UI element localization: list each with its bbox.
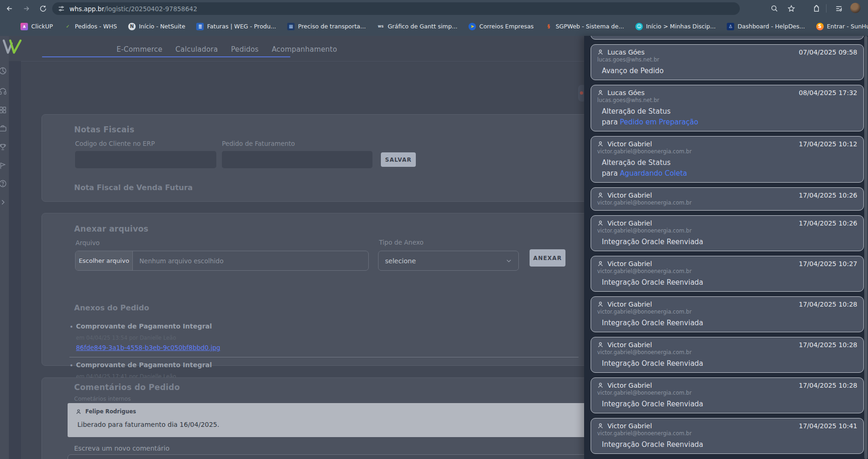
help-icon[interactable] <box>0 179 7 188</box>
comment-text: Liberado para faturamento dia 16/04/2025… <box>77 421 219 428</box>
history-message: Integração Oracle Reenviada <box>602 440 857 449</box>
trophy-icon[interactable] <box>0 143 7 151</box>
history-entry: Victor Gabriel 17/04/2025 10:27 victor.g… <box>591 256 864 292</box>
person-icon <box>597 423 604 429</box>
file-input[interactable]: Escolher arquivo Nenhum arquivo escolhid… <box>75 251 369 271</box>
attachment-link[interactable]: 86fde849-3a1b-4558-b3eb-9c050bf8bbd0.jpg <box>76 344 220 351</box>
history-user-email: victor.gabriel@bonoenergia.com.br <box>597 430 857 437</box>
tab-pedidos[interactable]: Pedidos <box>231 45 259 54</box>
bookmark-item[interactable]: S Entrar - SunHub <box>811 20 868 33</box>
anexos-do-pedido-title: Anexos do Pedido <box>74 303 149 312</box>
tab-ecommerce[interactable]: E-Commerce <box>117 45 162 54</box>
history-entry: Victor Gabriel 17/04/2025 10:28 victor.g… <box>591 337 864 373</box>
site-settings-icon[interactable] <box>58 5 65 12</box>
whs-logo <box>2 38 22 55</box>
bookmark-label: SGPWeb - Sistema de... <box>556 23 624 30</box>
history-user-name: Victor Gabriel <box>607 140 652 148</box>
history-timestamp: 17/04/2025 10:27 <box>799 260 858 267</box>
history-entry: Victor Gabriel 17/04/2025 10:26 victor.g… <box>591 187 864 211</box>
person-icon <box>597 301 604 308</box>
history-list: Lucas Góes 07/04/2025 09:58 lucas.goes@w… <box>591 36 864 454</box>
bookmark-item[interactable]: ✓ Pedidos - WHS <box>58 20 122 33</box>
bookmark-star-icon[interactable] <box>786 3 796 14</box>
bookmark-item[interactable]: ws Gráfico de Gantt simp... <box>372 20 463 33</box>
status-link[interactable]: Pedido em Preparação <box>620 118 698 126</box>
bookmark-label: Início > Minhas Discip... <box>646 23 716 30</box>
notas-fiscais-title: Notas Fiscais <box>74 125 134 134</box>
toolbar-divider <box>826 4 827 13</box>
history-entry: Lucas Góes 08/04/2025 17:32 lucas.goes@w… <box>591 85 864 131</box>
back-icon[interactable] <box>4 3 15 14</box>
history-entry: Victor Gabriel 17/04/2025 10:26 victor.g… <box>591 215 864 251</box>
tab-acompanhamento[interactable]: Acompanhamento <box>272 45 337 54</box>
reload-icon[interactable] <box>37 3 48 14</box>
history-user-name: Lucas Góes <box>607 89 645 96</box>
modules-icon[interactable] <box>0 106 7 114</box>
bookmark-item[interactable]: ☺ Início > Minhas Discip... <box>630 20 722 33</box>
history-message: Alteração de Status <box>602 158 857 167</box>
bookmark-item[interactable]: ▦ Preciso de transporta... <box>282 20 371 33</box>
url-host: whs.app.br <box>69 5 104 13</box>
favicon: ➤ <box>468 23 476 30</box>
panel-scrollbar[interactable] <box>864 36 868 459</box>
bookmark-label: Início - NetSuite <box>139 23 185 30</box>
history-user-name: Victor Gabriel <box>607 422 652 430</box>
profile-avatar[interactable] <box>850 3 861 13</box>
history-user-name: Victor Gabriel <box>607 192 652 199</box>
choose-file-button[interactable]: Escolher arquivo <box>76 251 133 270</box>
history-user-name: Victor Gabriel <box>607 301 652 308</box>
erp-code-input[interactable] <box>75 151 216 168</box>
forward-icon[interactable] <box>21 3 32 14</box>
history-user-email: victor.gabriel@bonoenergia.com.br <box>597 148 857 155</box>
bookmark-item[interactable]: ♙ Dashboard - HelpDes... <box>721 20 811 33</box>
main-tabs: E-Commerce Calculadora Pedidos Acompanha… <box>117 45 337 54</box>
history-user-name: Victor Gabriel <box>607 341 652 349</box>
bullet: • <box>69 323 73 330</box>
flag-icon[interactable] <box>0 162 7 170</box>
history-entry-partial <box>591 36 864 40</box>
status-link[interactable]: Aguardando Coleta <box>620 169 687 178</box>
notification-dot <box>580 91 583 95</box>
content-scrollbar-gutter[interactable] <box>9 61 21 459</box>
tab-indicator <box>42 56 290 57</box>
history-message: Alteração de Status <box>602 107 857 116</box>
tipo-anexo-select[interactable]: selecione <box>378 251 519 271</box>
history-user-name: Victor Gabriel <box>607 260 652 267</box>
attachment-divider <box>69 357 579 357</box>
history-user-name: Victor Gabriel <box>607 382 652 389</box>
tipo-anexo-value: selecione <box>385 257 416 265</box>
history-timestamp: 17/04/2025 10:28 <box>799 382 858 389</box>
bookmark-item[interactable]: ➤ Correios Empresas <box>463 20 539 33</box>
faturamento-input[interactable] <box>222 151 372 168</box>
history-panel: Lucas Góes 07/04/2025 09:58 lucas.goes@w… <box>584 36 868 459</box>
bookmark-label: ClickUP <box>31 23 53 30</box>
person-icon <box>597 382 604 389</box>
attachment-title: Comprovante de Pagamento Integral <box>76 361 212 369</box>
faturamento-label: Pedido de Faturamento <box>222 140 295 147</box>
bookmark-item[interactable]: ∧ ClickUP <box>15 20 58 33</box>
attachment-title: Comprovante de Pagamento Integral <box>76 322 212 330</box>
history-user-email: victor.gabriel@bonoenergia.com.br <box>597 390 857 396</box>
zoom-icon[interactable] <box>769 3 779 14</box>
bookmark-item[interactable]: § SGPWeb - Sistema de... <box>539 20 630 33</box>
person-icon <box>597 141 604 147</box>
chevron-right-icon[interactable] <box>0 198 7 206</box>
side-panel-icon[interactable] <box>834 3 844 14</box>
headset-icon[interactable] <box>0 87 7 96</box>
extensions-icon[interactable] <box>811 3 821 14</box>
chevron-down-icon <box>506 258 512 264</box>
anexar-button[interactable]: ANEXAR <box>530 249 565 267</box>
url-bar[interactable]: whs.app.br/logistic/20250402-97858642 <box>52 2 740 15</box>
bookmark-item[interactable]: N Início - NetSuite <box>123 20 191 33</box>
briefcase-icon[interactable] <box>0 124 7 133</box>
comentarios-title: Comentários do Pedido <box>74 383 180 392</box>
salvar-button[interactable]: SALVAR <box>381 152 416 167</box>
tab-calculadora[interactable]: Calculadora <box>175 45 218 54</box>
bookmark-item[interactable]: ≣ Faturas | WEG - Produ... <box>191 20 282 33</box>
history-timestamp: 17/04/2025 10:12 <box>799 140 858 148</box>
person-icon <box>597 220 604 226</box>
erp-code-label: Codigo do Cliente no ERP <box>75 140 155 147</box>
pie-chart-icon[interactable] <box>0 67 7 75</box>
tipo-anexo-label: Tipo de Anexo <box>379 239 424 246</box>
bullet: • <box>69 362 73 369</box>
